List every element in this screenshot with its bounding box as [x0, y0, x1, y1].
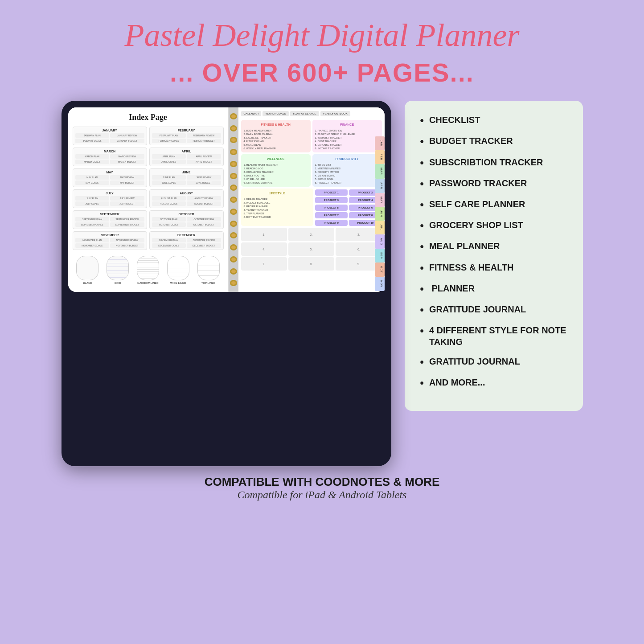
footer-sub: Compatible for iPad & Android Tablets: [0, 489, 644, 501]
side-tab-oct[interactable]: OCT: [375, 263, 385, 277]
left-page: Index Page JANUARYJANUARY PLANJANUARY RE…: [68, 107, 229, 292]
categories-grid: FITNESS & HEALTH 1. BODY MEASUREMENT 2. …: [241, 120, 382, 187]
bullet-checklist: •CHECKLIST: [420, 114, 567, 127]
right-page: CALENDAR YEARLY GOALS YEAR AT GLANCE YEA…: [238, 107, 385, 292]
wellness-section: WELLNESS 1. HEALTHY HABIT TRACKER 2. REA…: [241, 154, 311, 187]
side-tab-nov[interactable]: NOV: [375, 277, 385, 291]
bullet-planner: • PLANNER: [420, 283, 567, 295]
side-tab-jan[interactable]: JAN: [375, 136, 385, 150]
bullet-notestyles: •4 DIFFERENT STYLE FOR NOTE TAKING: [420, 324, 567, 348]
side-tab-apr[interactable]: APR: [375, 179, 385, 193]
side-tab-aug[interactable]: AUG: [375, 234, 385, 249]
side-tab-mar[interactable]: MAR: [375, 164, 385, 179]
fitness-section: FITNESS & HEALTH 1. BODY MEASUREMENT 2. …: [241, 120, 311, 152]
bullet-more: •AND MORE...: [420, 377, 567, 390]
bullet-gratitud: •GRATITUD JOURNAL: [420, 356, 567, 369]
bullet-meal: •MEAL PLANNER: [420, 240, 567, 253]
lifestyle-projects-row: LIFESTYLE 1. DREAM TRACKER 2. WEEKLY SCH…: [241, 189, 382, 226]
bullet-grocery: •GROCERY SHOP LIST: [420, 219, 567, 232]
note-styles: BLANK GRID NARROW LINED WIDE LINED TOP L…: [73, 254, 224, 287]
project-1-btn[interactable]: PROJECT 1: [315, 189, 348, 196]
side-tab-may[interactable]: MAY: [375, 193, 385, 207]
tablet: Index Page JANUARYJANUARY PLANJANUARY RE…: [62, 101, 391, 466]
spiral-binding: [229, 107, 238, 292]
bullet-password: •PASSWORD TRACKER: [420, 177, 567, 190]
footer-main: COMPATIBLE WITH COODNOTES & MORE: [0, 475, 644, 489]
bullet-panel: •CHECKLIST •BUDGET TRACKER •SUBSCRIBTION…: [405, 101, 583, 411]
tab-yearly-outlook[interactable]: YEARLY OUTLOOK: [320, 111, 350, 116]
lifestyle-section: LIFESTYLE 1. DREAM TRACKER 2. WEEKLY SCH…: [241, 189, 313, 226]
side-tab-jul[interactable]: JUL: [375, 221, 385, 234]
side-tab-sep[interactable]: SEP: [375, 249, 385, 263]
project-5-btn[interactable]: PROJECT 5: [315, 205, 348, 211]
bullet-selfcare: •SELF CARE PLANNER: [420, 198, 567, 211]
main-title: Pastel Delight Digital Planner: [0, 0, 644, 53]
side-tabs: JAN FEB MAR APR MAY JUN JUL AUG SEP OCT …: [375, 136, 385, 291]
month-grid: JANUARYJANUARY PLANJANUARY REVIEWJANUARY…: [73, 127, 224, 250]
tab-yearly-goals[interactable]: YEARLY GOALS: [263, 111, 289, 116]
bullet-budget: •BUDGET TRACKER: [420, 135, 567, 148]
index-title: Index Page: [73, 113, 224, 122]
tab-calendar[interactable]: CALENDAR: [241, 111, 262, 116]
bullet-fitness: •FITNESS & HEALTH: [420, 262, 567, 275]
tab-year-at-glance[interactable]: YEAR AT GLANCE: [290, 111, 319, 116]
bullet-gratitude: •GRATITUDE JOURNAL: [420, 304, 567, 316]
productivity-section: PRODUCTIVITY 1. TO DO LIST 2. MEETING MI…: [312, 154, 382, 187]
subtitle: ... OVER 600+ PAGES...: [0, 53, 644, 87]
notebook-grid: 1. 2. 3. 4. 5. 6. 7. 8. 9.: [241, 228, 382, 271]
projects-section: PROJECT 1 PROJECT 2 PROJECT 3 PROJECT 4 …: [315, 189, 382, 226]
bullet-subscription: •SUBSCRIBTION TRACKER: [420, 156, 567, 169]
top-tabs: CALENDAR YEARLY GOALS YEAR AT GLANCE YEA…: [241, 111, 382, 116]
project-7-btn[interactable]: PROJECT 7: [315, 212, 348, 218]
finance-section: FINANCE 1. FINANCE OVERVIEW 2. 30 DAY NO…: [312, 120, 382, 152]
project-3-btn[interactable]: PROJECT 3: [315, 197, 348, 203]
side-tab-feb[interactable]: FEB: [375, 150, 385, 164]
project-9-btn[interactable]: PROJECT 9: [315, 220, 348, 226]
side-tab-jun[interactable]: JUN: [375, 207, 385, 221]
footer: COMPATIBLE WITH COODNOTES & MORE Compati…: [0, 466, 644, 505]
